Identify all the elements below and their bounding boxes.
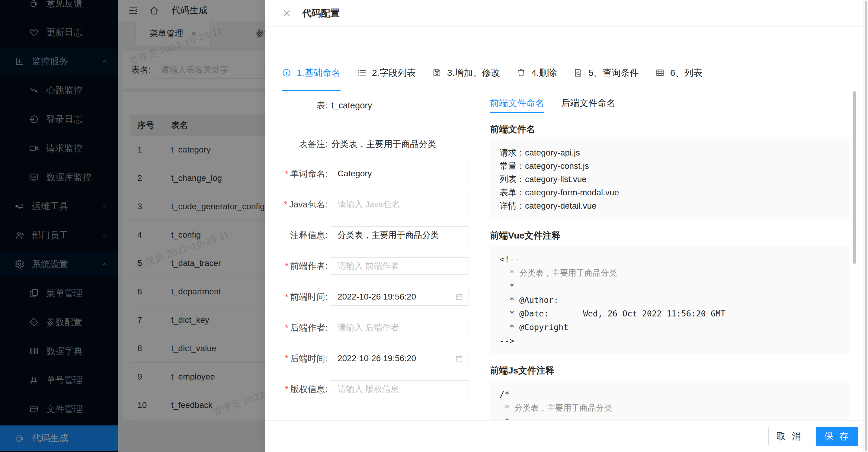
file-name-value: category-const.js bbox=[525, 159, 589, 173]
field-control bbox=[330, 257, 469, 275]
field-label-text: 表备注: bbox=[299, 139, 328, 149]
code-line: * @Date: Wed, 26 Oct 2022 11:56:20 GMT bbox=[500, 307, 839, 320]
required-mark: * bbox=[285, 323, 288, 332]
file-search-icon bbox=[574, 68, 583, 78]
field-label: 注释信息: bbox=[277, 227, 328, 244]
list-icon bbox=[357, 68, 367, 78]
code-comment-block: <!-- * 分类表，主要用于商品分类 * * @Author: * @Date… bbox=[490, 246, 849, 354]
field-label-text: 后端作者: bbox=[290, 323, 328, 332]
calendar-icon bbox=[455, 354, 463, 363]
field-control: 2022-10-26 19:56:20 bbox=[330, 288, 469, 306]
field-label: *前端作者: bbox=[277, 257, 328, 275]
file-name-line: 表单：category-form-modal.vue bbox=[500, 186, 839, 199]
code-line: * bbox=[500, 280, 839, 293]
section-title: 前端文件名 bbox=[490, 123, 849, 135]
required-mark: * bbox=[284, 200, 287, 209]
naming-preview-panel: 前端文件命名后端文件命名 前端文件名请求：category-api.js常量：c… bbox=[490, 94, 849, 420]
page-scrollbar[interactable] bbox=[863, 0, 868, 452]
required-mark: * bbox=[285, 354, 288, 363]
form-field-java-package: *Java包名: bbox=[277, 195, 469, 213]
close-icon[interactable] bbox=[282, 8, 292, 19]
code-comment-block: /* * 分类表，主要用于商品分类 * * @Author: bbox=[490, 381, 849, 420]
field-control bbox=[330, 381, 469, 398]
frontend-time-picker[interactable]: 2022-10-26 19:56:20 bbox=[330, 288, 469, 306]
drawer-step-tabs: 1.基础命名2.字段列表3.增加、修改4.删除5、查询条件6、列表 bbox=[265, 27, 868, 91]
drawer-tab-field-list[interactable]: 2.字段列表 bbox=[357, 55, 416, 91]
save-button[interactable]: 保 存 bbox=[816, 427, 858, 446]
drawer-footer: 取 消 保 存 bbox=[265, 420, 868, 452]
code-line: /* bbox=[500, 387, 839, 401]
field-label: 表备注: bbox=[277, 135, 328, 153]
tab-backend-file-naming[interactable]: 后端文件命名 bbox=[561, 94, 616, 113]
file-name-value: category-form-modal.vue bbox=[525, 186, 619, 199]
field-label: 表: bbox=[277, 97, 328, 114]
form-field-word-name: *单词命名: bbox=[277, 165, 469, 182]
file-kind-label: 详情： bbox=[500, 199, 525, 213]
form-field-copyright-info: *版权信息: bbox=[277, 381, 469, 398]
form-field-backend-time: *后端时间:2022-10-26 19:56:20 bbox=[277, 350, 469, 367]
field-label-text: 单词命名: bbox=[290, 169, 328, 178]
field-label: *单词命名: bbox=[277, 165, 328, 182]
cancel-button[interactable]: 取 消 bbox=[768, 427, 811, 446]
drawer-tab-label: 5、查询条件 bbox=[588, 67, 639, 79]
tab-frontend-file-naming[interactable]: 前端文件命名 bbox=[490, 94, 544, 113]
word-name-input[interactable] bbox=[330, 165, 469, 182]
file-kind-label: 列表： bbox=[500, 173, 525, 186]
section-title: 前端Js文件注释 bbox=[490, 364, 849, 376]
file-kind-label: 请求： bbox=[500, 146, 525, 159]
field-label-text: 表: bbox=[316, 100, 328, 110]
drawer-tab-query-cond[interactable]: 5、查询条件 bbox=[574, 55, 639, 91]
file-naming-tabs: 前端文件命名后端文件命名 bbox=[490, 94, 849, 113]
comment-info-input[interactable] bbox=[330, 227, 469, 244]
field-control: 2022-10-26 19:56:20 bbox=[330, 350, 469, 367]
backend-time-picker[interactable]: 2022-10-26 19:56:20 bbox=[330, 350, 469, 367]
field-label-text: 后端时间: bbox=[290, 354, 328, 363]
drawer-scrollbar[interactable] bbox=[853, 91, 856, 264]
field-label-text: 注释信息: bbox=[290, 230, 328, 240]
file-kind-label: 表单： bbox=[500, 186, 525, 199]
field-value: t_category bbox=[331, 97, 372, 114]
field-label: *后端时间: bbox=[277, 350, 328, 367]
calendar-icon bbox=[455, 293, 463, 301]
field-control bbox=[330, 227, 469, 244]
code-line: --> bbox=[500, 334, 839, 348]
code-line: * 分类表，主要用于商品分类 bbox=[500, 401, 839, 415]
form-field-backend-author: *后端作者: bbox=[277, 319, 469, 336]
field-label: *后端作者: bbox=[277, 319, 328, 336]
app-root: 意见反馈更新日志监控服务心跳监控登录日志请求监控SQL数据库监控运维工具部门员工… bbox=[0, 0, 868, 452]
form-field-frontend-author: *前端作者: bbox=[277, 257, 469, 275]
code-line: * @Author: bbox=[500, 293, 839, 307]
config-form: 表:t_category表备注:分类表，主要用于商品分类*单词命名:*Java包… bbox=[277, 94, 469, 420]
section-title: 前端Vue文件注释 bbox=[490, 230, 849, 242]
date-value: 2022-10-26 19:56:20 bbox=[338, 354, 416, 363]
field-control bbox=[330, 195, 469, 213]
form-field-comment-info: 注释信息: bbox=[277, 227, 469, 244]
field-label: *版权信息: bbox=[277, 381, 328, 398]
drawer-tab-basic-naming[interactable]: 1.基础命名 bbox=[282, 55, 341, 91]
table-icon bbox=[655, 68, 665, 78]
drawer-header: 代码配置 bbox=[265, 0, 868, 27]
drawer-tab-add-modify[interactable]: 3.增加、修改 bbox=[432, 55, 500, 91]
field-control bbox=[330, 165, 469, 182]
file-names-block: 请求：category-api.js常量：category-const.js列表… bbox=[490, 140, 849, 219]
drawer-tab-delete[interactable]: 4.删除 bbox=[516, 55, 557, 91]
info-circle-icon bbox=[282, 68, 291, 78]
drawer-tab-list[interactable]: 6、列表 bbox=[655, 55, 703, 91]
backend-author-input[interactable] bbox=[330, 319, 469, 336]
java-package-input[interactable] bbox=[330, 195, 469, 213]
file-name-line: 请求：category-api.js bbox=[500, 146, 839, 159]
drawer-tab-label: 3.增加、修改 bbox=[447, 67, 500, 79]
copyright-info-input[interactable] bbox=[330, 381, 469, 398]
page-scrollbar-thumb[interactable] bbox=[865, 1, 867, 451]
field-label-text: Java包名: bbox=[289, 200, 328, 209]
code-line: * @Copyright bbox=[500, 320, 839, 334]
code-line: <!-- bbox=[500, 252, 839, 266]
field-label-text: 版权信息: bbox=[290, 384, 328, 394]
required-mark: * bbox=[285, 384, 288, 394]
drawer-tab-label: 1.基础命名 bbox=[297, 67, 341, 79]
date-value: 2022-10-26 19:56:20 bbox=[338, 292, 416, 302]
field-label: *前端时间: bbox=[277, 288, 328, 306]
frontend-author-input[interactable] bbox=[330, 257, 469, 275]
code-config-drawer: 代码配置 1.基础命名2.字段列表3.增加、修改4.删除5、查询条件6、列表 表… bbox=[265, 0, 868, 452]
field-control bbox=[330, 319, 469, 336]
